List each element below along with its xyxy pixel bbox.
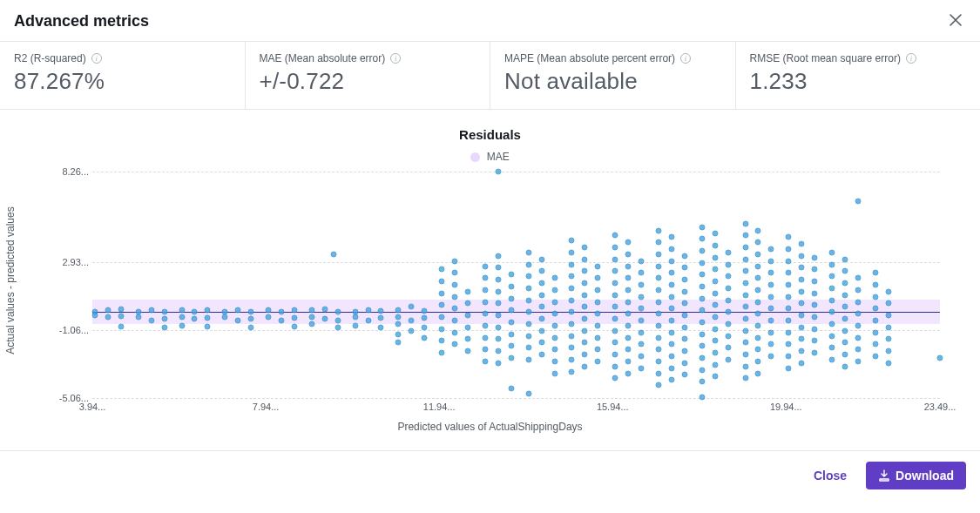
- data-point: [768, 306, 774, 312]
- info-icon[interactable]: i: [906, 53, 916, 64]
- data-point: [755, 334, 761, 341]
- data-point: [91, 313, 98, 319]
- data-point: [482, 263, 488, 269]
- data-point: [885, 324, 891, 330]
- data-point: [639, 270, 645, 276]
- data-point: [655, 240, 661, 246]
- data-point: [786, 365, 792, 371]
- data-point: [465, 313, 471, 319]
- data-point: [582, 327, 588, 334]
- data-point: [699, 307, 705, 314]
- data-point: [612, 256, 618, 262]
- info-icon[interactable]: i: [680, 53, 691, 64]
- data-point: [681, 336, 687, 342]
- data-point: [248, 309, 254, 315]
- data-point: [525, 390, 531, 396]
- zero-line: [92, 312, 940, 313]
- data-point: [655, 358, 661, 364]
- data-point: [118, 314, 124, 320]
- data-point: [712, 374, 718, 380]
- data-point: [755, 240, 761, 246]
- data-point: [712, 302, 718, 308]
- data-point: [525, 309, 531, 315]
- data-point: [551, 347, 558, 353]
- data-point: [655, 227, 661, 233]
- data-point: [482, 287, 488, 293]
- data-point: [508, 283, 514, 289]
- data-point: [569, 321, 575, 327]
- data-point: [248, 324, 254, 330]
- modal-footer: Close Download: [0, 450, 980, 500]
- data-point: [799, 241, 805, 247]
- data-point: [495, 348, 501, 354]
- data-point: [937, 354, 943, 361]
- data-point: [235, 317, 241, 323]
- data-point: [625, 263, 632, 269]
- data-point: [495, 265, 501, 271]
- data-point: [625, 299, 632, 305]
- info-icon[interactable]: i: [91, 53, 102, 64]
- data-point: [538, 280, 544, 287]
- data-point: [681, 360, 687, 366]
- data-point: [755, 251, 761, 257]
- data-point: [495, 324, 501, 330]
- x-tick-label: 15.94...: [597, 402, 629, 412]
- data-point: [755, 227, 761, 233]
- close-icon[interactable]: [949, 13, 966, 30]
- data-point: [291, 315, 297, 321]
- data-point: [812, 290, 818, 296]
- data-point: [855, 347, 861, 353]
- data-point: [668, 317, 674, 323]
- data-point: [768, 341, 774, 348]
- data-point: [768, 329, 774, 335]
- data-point: [452, 317, 458, 323]
- data-point: [639, 329, 645, 335]
- data-point: [439, 267, 445, 273]
- data-point: [422, 324, 428, 330]
- data-point: [248, 316, 254, 322]
- data-point: [742, 280, 748, 287]
- data-point: [872, 282, 878, 288]
- data-point: [799, 336, 805, 342]
- data-point: [855, 275, 861, 281]
- data-point: [755, 347, 761, 353]
- data-point: [551, 311, 558, 317]
- data-point: [668, 365, 674, 371]
- data-point: [538, 352, 544, 358]
- data-point: [855, 334, 861, 341]
- data-point: [508, 343, 514, 349]
- data-point: [699, 260, 705, 266]
- data-point: [842, 304, 848, 310]
- data-point: [712, 267, 718, 273]
- data-point: [842, 352, 848, 358]
- download-button[interactable]: Download: [866, 462, 966, 489]
- data-point: [625, 275, 632, 281]
- data-point: [768, 282, 774, 288]
- data-point: [699, 283, 705, 289]
- data-point: [452, 306, 458, 312]
- data-point: [725, 309, 731, 315]
- data-point: [495, 336, 501, 342]
- data-point: [755, 358, 761, 364]
- data-point: [668, 282, 674, 288]
- data-point: [786, 294, 792, 300]
- data-point: [712, 338, 718, 344]
- data-point: [538, 268, 544, 274]
- data-point: [725, 297, 731, 303]
- data-point: [812, 314, 818, 321]
- data-point: [235, 307, 241, 314]
- close-button[interactable]: Close: [803, 462, 857, 489]
- data-point: [551, 287, 558, 293]
- data-point: [699, 343, 705, 349]
- info-icon[interactable]: i: [390, 53, 401, 64]
- data-point: [655, 251, 661, 257]
- data-point: [655, 275, 661, 281]
- data-point: [799, 324, 805, 330]
- data-point: [742, 292, 748, 298]
- data-point: [508, 272, 514, 278]
- data-point: [655, 334, 661, 341]
- data-point: [551, 358, 558, 364]
- data-point: [595, 275, 601, 281]
- data-point: [612, 340, 618, 346]
- data-point: [786, 317, 792, 323]
